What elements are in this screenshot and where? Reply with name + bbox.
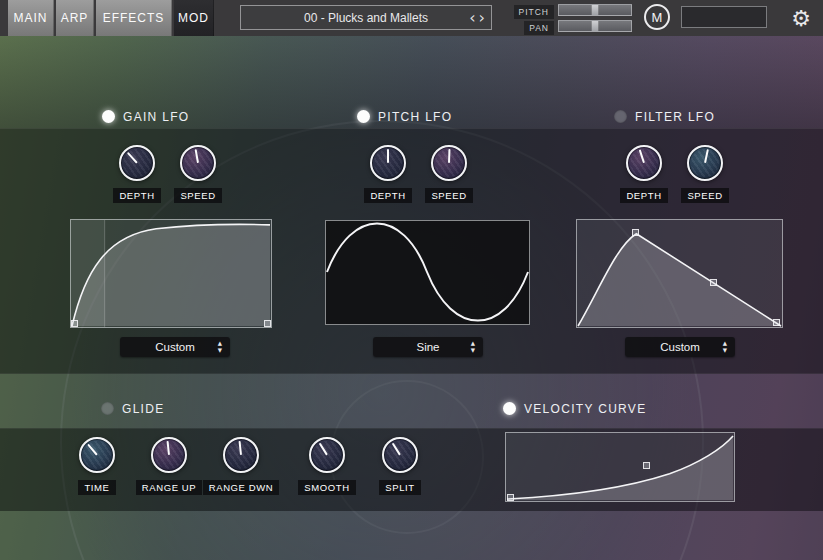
gain-lfo-curve-type: Custom	[155, 341, 195, 353]
gain-lfo-curve	[71, 220, 271, 327]
velocity-curve-title: VELOCITY CURVE	[524, 402, 646, 416]
tab-effects[interactable]: EFFECTS	[96, 0, 172, 36]
pitch-lfo-curve-display[interactable]	[325, 220, 530, 325]
level-meter	[681, 6, 767, 28]
pitch-lfo-curve	[326, 221, 529, 324]
gain-lfo-toggle[interactable]	[102, 110, 115, 123]
knob-needle	[87, 444, 98, 456]
panel-bottom	[0, 511, 823, 560]
top-bar: MAIN ARP EFFECTS MOD 00 - Plucks and Mal…	[0, 0, 823, 36]
gain-lfo-title: GAIN LFO	[123, 110, 189, 124]
filter-lfo-speed-knob[interactable]	[687, 145, 723, 181]
gain-lfo-speed-label: SPEED	[174, 188, 221, 203]
glide-smooth: SMOOTH	[295, 437, 359, 495]
filter-lfo-curve-display[interactable]	[576, 219, 783, 328]
settings-gear-icon[interactable]: ⚙	[786, 2, 816, 34]
pitch-lfo-speed-label: SPEED	[425, 188, 472, 203]
plugin-window: MAIN ARP EFFECTS MOD 00 - Plucks and Mal…	[0, 0, 823, 560]
filter-lfo-toggle[interactable]	[614, 110, 627, 123]
glide-range-up: RANGE UP	[137, 437, 201, 495]
tab-mod[interactable]: MOD	[174, 0, 214, 36]
pitch-label: PITCH	[514, 5, 555, 19]
pitch-lfo-depth: DEPTH	[356, 145, 420, 203]
knob-needle	[239, 441, 242, 455]
pitch-slider[interactable]	[558, 4, 632, 16]
tab-arp[interactable]: ARP	[56, 0, 94, 36]
pitch-lfo-speed: SPEED	[417, 145, 481, 203]
knob-needle	[639, 149, 645, 163]
filter-lfo-curve-select[interactable]: Custom ▲▼	[625, 337, 735, 357]
glide-time-label: TIME	[78, 480, 115, 495]
glide-toggle[interactable]	[101, 402, 114, 415]
preset-nav: ‹ ›	[469, 6, 485, 29]
panel-mid	[0, 374, 823, 428]
select-arrows-icon: ▲▼	[723, 341, 727, 353]
pan-slider[interactable]	[558, 20, 632, 32]
gain-lfo-speed: SPEED	[166, 145, 230, 203]
glide-range-dwn-label: RANGE DWN	[203, 480, 280, 495]
filter-lfo-depth-label: DEPTH	[620, 188, 667, 203]
tab-main[interactable]: MAIN	[8, 0, 54, 36]
gain-lfo-depth-label: DEPTH	[113, 188, 160, 203]
pitch-lfo-curve-select[interactable]: Sine ▲▼	[373, 337, 483, 357]
filter-lfo-speed: SPEED	[673, 145, 737, 203]
glide-split-knob[interactable]	[382, 437, 418, 473]
knob-needle	[195, 149, 199, 163]
curve-handle[interactable]	[710, 279, 717, 286]
glide-time: TIME	[65, 437, 129, 495]
curve-handle[interactable]	[773, 319, 780, 326]
gain-lfo-curve-select[interactable]: Custom ▲▼	[120, 337, 230, 357]
curve-handle[interactable]	[632, 229, 639, 236]
gain-lfo-depth-knob[interactable]	[119, 145, 155, 181]
filter-lfo-depth: DEPTH	[612, 145, 676, 203]
glide-split-label: SPLIT	[379, 480, 420, 495]
preset-name: 00 - Plucks and Mallets	[304, 11, 428, 25]
glide-split: SPLIT	[368, 437, 432, 495]
curve-handle[interactable]	[643, 462, 650, 469]
curve-handle[interactable]	[264, 320, 271, 327]
select-arrows-icon: ▲▼	[218, 341, 222, 353]
knob-needle	[387, 149, 389, 163]
velocity-curve-toggle[interactable]	[503, 402, 516, 415]
pitch-slider-handle[interactable]	[591, 5, 599, 15]
select-arrows-icon: ▲▼	[471, 341, 475, 353]
mono-button[interactable]: M	[644, 4, 670, 30]
glide-range-dwn: RANGE DWN	[209, 437, 273, 495]
glide-range-up-label: RANGE UP	[136, 480, 202, 495]
velocity-curve	[506, 433, 734, 501]
glide-smooth-label: SMOOTH	[298, 480, 355, 495]
curve-handle[interactable]	[71, 320, 78, 327]
pitch-lfo-speed-knob[interactable]	[431, 145, 467, 181]
curve-handle[interactable]	[507, 494, 514, 501]
knob-needle	[167, 441, 170, 455]
filter-lfo-speed-label: SPEED	[681, 188, 728, 203]
preset-selector[interactable]: 00 - Plucks and Mallets ‹ ›	[240, 5, 492, 30]
pitch-lfo-depth-label: DEPTH	[364, 188, 411, 203]
glide-range-up-knob[interactable]	[151, 437, 187, 473]
pitch-lfo-title: PITCH LFO	[378, 110, 452, 124]
filter-lfo-curve	[577, 220, 782, 327]
glide-smooth-knob[interactable]	[309, 437, 345, 473]
knob-needle	[448, 149, 450, 163]
pitch-lfo-toggle[interactable]	[357, 110, 370, 123]
glide-time-knob[interactable]	[79, 437, 115, 473]
knob-needle	[392, 443, 401, 456]
gain-lfo-speed-knob[interactable]	[180, 145, 216, 181]
pitch-lfo-depth-knob[interactable]	[370, 145, 406, 181]
knob-needle	[704, 149, 709, 163]
filter-lfo-title: FILTER LFO	[635, 110, 715, 124]
pitch-lfo-curve-type: Sine	[416, 341, 439, 353]
pan-slider-handle[interactable]	[591, 21, 599, 31]
knob-needle	[127, 152, 138, 164]
gain-lfo-depth: DEPTH	[105, 145, 169, 203]
filter-lfo-curve-type: Custom	[660, 341, 700, 353]
gain-lfo-curve-display[interactable]	[70, 219, 272, 328]
glide-range-dwn-knob[interactable]	[223, 437, 259, 473]
chevron-left-icon[interactable]: ‹	[469, 10, 475, 26]
glide-title: GLIDE	[122, 402, 165, 416]
knob-needle	[319, 443, 328, 456]
filter-lfo-depth-knob[interactable]	[626, 145, 662, 181]
velocity-curve-display[interactable]	[505, 432, 735, 502]
pan-label: PAN	[524, 21, 554, 35]
chevron-right-icon[interactable]: ›	[479, 10, 485, 26]
